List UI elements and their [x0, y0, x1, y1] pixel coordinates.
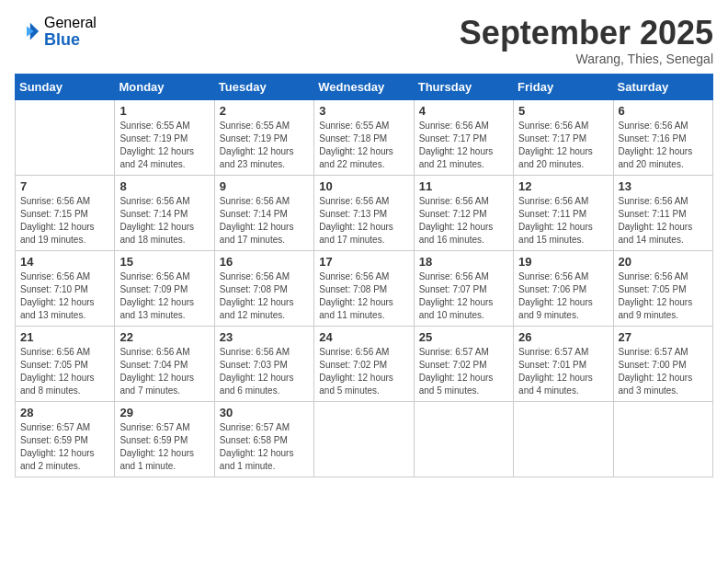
calendar-day-cell: 14Sunrise: 6:56 AM Sunset: 7:10 PM Dayli…	[16, 250, 115, 326]
calendar-day-cell: 27Sunrise: 6:57 AM Sunset: 7:00 PM Dayli…	[613, 326, 712, 401]
calendar-day-cell	[314, 401, 414, 477]
day-info: Sunrise: 6:55 AM Sunset: 7:19 PM Dayligh…	[119, 120, 209, 171]
calendar-day-cell: 7Sunrise: 6:56 AM Sunset: 7:15 PM Daylig…	[16, 175, 115, 250]
day-number: 26	[518, 330, 608, 344]
day-info: Sunrise: 6:56 AM Sunset: 7:09 PM Dayligh…	[119, 270, 209, 322]
calendar-day-cell	[16, 99, 115, 175]
calendar-col-header: Wednesday	[314, 74, 414, 99]
logo: General Blue	[15, 15, 97, 49]
day-info: Sunrise: 6:56 AM Sunset: 7:17 PM Dayligh…	[419, 120, 508, 171]
day-info: Sunrise: 6:57 AM Sunset: 7:02 PM Dayligh…	[419, 346, 508, 397]
calendar-day-cell: 12Sunrise: 6:56 AM Sunset: 7:11 PM Dayli…	[514, 175, 613, 250]
day-number: 9	[220, 179, 309, 193]
day-number: 25	[419, 330, 508, 344]
day-info: Sunrise: 6:56 AM Sunset: 7:03 PM Dayligh…	[220, 346, 309, 397]
calendar-col-header: Friday	[514, 74, 613, 99]
day-number: 11	[419, 179, 508, 193]
day-number: 13	[619, 179, 708, 193]
day-info: Sunrise: 6:56 AM Sunset: 7:15 PM Dayligh…	[20, 195, 109, 247]
day-number: 3	[319, 104, 408, 118]
day-number: 14	[20, 255, 109, 269]
day-number: 12	[518, 179, 608, 193]
logo-icon	[15, 19, 40, 45]
calendar-col-header: Thursday	[414, 74, 513, 99]
calendar-day-cell	[414, 401, 513, 477]
day-number: 30	[220, 406, 309, 419]
day-info: Sunrise: 6:56 AM Sunset: 7:12 PM Dayligh…	[419, 195, 508, 247]
day-info: Sunrise: 6:56 AM Sunset: 7:13 PM Dayligh…	[319, 195, 408, 247]
calendar-day-cell: 13Sunrise: 6:56 AM Sunset: 7:11 PM Dayli…	[613, 175, 712, 250]
day-info: Sunrise: 6:55 AM Sunset: 7:18 PM Dayligh…	[319, 120, 408, 171]
day-number: 22	[119, 330, 209, 344]
calendar-day-cell: 30Sunrise: 6:57 AM Sunset: 6:58 PM Dayli…	[214, 401, 313, 477]
calendar-day-cell: 2Sunrise: 6:55 AM Sunset: 7:19 PM Daylig…	[214, 99, 313, 175]
calendar-day-cell: 6Sunrise: 6:56 AM Sunset: 7:16 PM Daylig…	[613, 99, 712, 175]
calendar-day-cell: 25Sunrise: 6:57 AM Sunset: 7:02 PM Dayli…	[414, 326, 513, 401]
day-number: 24	[319, 330, 408, 344]
day-number: 20	[619, 255, 708, 269]
day-number: 17	[319, 255, 408, 269]
day-number: 16	[220, 255, 309, 269]
calendar-day-cell: 4Sunrise: 6:56 AM Sunset: 7:17 PM Daylig…	[414, 99, 513, 175]
calendar-day-cell: 26Sunrise: 6:57 AM Sunset: 7:01 PM Dayli…	[514, 326, 613, 401]
day-info: Sunrise: 6:56 AM Sunset: 7:08 PM Dayligh…	[319, 270, 408, 322]
calendar-day-cell: 3Sunrise: 6:55 AM Sunset: 7:18 PM Daylig…	[314, 99, 414, 175]
day-number: 19	[518, 255, 608, 269]
day-number: 15	[119, 255, 209, 269]
day-info: Sunrise: 6:56 AM Sunset: 7:11 PM Dayligh…	[619, 195, 708, 247]
day-info: Sunrise: 6:57 AM Sunset: 7:01 PM Dayligh…	[518, 346, 608, 397]
day-number: 29	[119, 406, 209, 419]
calendar-col-header: Tuesday	[214, 74, 313, 99]
day-info: Sunrise: 6:57 AM Sunset: 6:59 PM Dayligh…	[119, 421, 209, 473]
calendar-col-header: Saturday	[613, 74, 712, 99]
day-info: Sunrise: 6:56 AM Sunset: 7:17 PM Dayligh…	[518, 120, 608, 171]
day-number: 27	[619, 330, 708, 344]
day-number: 18	[419, 255, 508, 269]
calendar-day-cell: 24Sunrise: 6:56 AM Sunset: 7:02 PM Dayli…	[314, 326, 414, 401]
day-info: Sunrise: 6:56 AM Sunset: 7:14 PM Dayligh…	[119, 195, 209, 247]
calendar-week-row: 1Sunrise: 6:55 AM Sunset: 7:19 PM Daylig…	[16, 99, 713, 175]
day-number: 1	[119, 104, 209, 118]
day-info: Sunrise: 6:56 AM Sunset: 7:16 PM Dayligh…	[619, 120, 708, 171]
calendar-day-cell	[613, 401, 712, 477]
calendar-day-cell: 20Sunrise: 6:56 AM Sunset: 7:05 PM Dayli…	[613, 250, 712, 326]
calendar-day-cell: 23Sunrise: 6:56 AM Sunset: 7:03 PM Dayli…	[214, 326, 313, 401]
day-info: Sunrise: 6:57 AM Sunset: 6:58 PM Dayligh…	[220, 421, 309, 473]
calendar-col-header: Sunday	[16, 74, 115, 99]
day-number: 2	[220, 104, 309, 118]
calendar-day-cell: 22Sunrise: 6:56 AM Sunset: 7:04 PM Dayli…	[115, 326, 214, 401]
calendar-day-cell: 28Sunrise: 6:57 AM Sunset: 6:59 PM Dayli…	[16, 401, 115, 477]
day-number: 23	[220, 330, 309, 344]
calendar-day-cell: 21Sunrise: 6:56 AM Sunset: 7:05 PM Dayli…	[16, 326, 115, 401]
day-number: 10	[319, 179, 408, 193]
calendar-week-row: 28Sunrise: 6:57 AM Sunset: 6:59 PM Dayli…	[16, 401, 713, 477]
calendar-day-cell: 8Sunrise: 6:56 AM Sunset: 7:14 PM Daylig…	[115, 175, 214, 250]
day-info: Sunrise: 6:57 AM Sunset: 6:59 PM Dayligh…	[20, 421, 109, 473]
day-info: Sunrise: 6:56 AM Sunset: 7:11 PM Dayligh…	[518, 195, 608, 247]
calendar-table: SundayMondayTuesdayWednesdayThursdayFrid…	[15, 74, 713, 477]
day-info: Sunrise: 6:56 AM Sunset: 7:07 PM Dayligh…	[419, 270, 508, 322]
day-info: Sunrise: 6:56 AM Sunset: 7:10 PM Dayligh…	[20, 270, 109, 322]
location: Warang, Thies, Senegal	[460, 52, 713, 66]
day-info: Sunrise: 6:56 AM Sunset: 7:14 PM Dayligh…	[220, 195, 309, 247]
day-number: 6	[619, 104, 708, 118]
calendar-week-row: 21Sunrise: 6:56 AM Sunset: 7:05 PM Dayli…	[16, 326, 713, 401]
title-section: September 2025 Warang, Thies, Senegal	[460, 15, 713, 66]
calendar-day-cell: 17Sunrise: 6:56 AM Sunset: 7:08 PM Dayli…	[314, 250, 414, 326]
calendar-day-cell	[514, 401, 613, 477]
calendar-day-cell: 9Sunrise: 6:56 AM Sunset: 7:14 PM Daylig…	[214, 175, 313, 250]
calendar-day-cell: 11Sunrise: 6:56 AM Sunset: 7:12 PM Dayli…	[414, 175, 513, 250]
day-info: Sunrise: 6:56 AM Sunset: 7:05 PM Dayligh…	[619, 270, 708, 322]
calendar-day-cell: 18Sunrise: 6:56 AM Sunset: 7:07 PM Dayli…	[414, 250, 513, 326]
day-info: Sunrise: 6:55 AM Sunset: 7:19 PM Dayligh…	[220, 120, 309, 171]
day-info: Sunrise: 6:56 AM Sunset: 7:06 PM Dayligh…	[518, 270, 608, 322]
day-number: 5	[518, 104, 608, 118]
day-info: Sunrise: 6:56 AM Sunset: 7:02 PM Dayligh…	[319, 346, 408, 397]
calendar-day-cell: 10Sunrise: 6:56 AM Sunset: 7:13 PM Dayli…	[314, 175, 414, 250]
day-number: 28	[20, 406, 109, 419]
calendar-week-row: 7Sunrise: 6:56 AM Sunset: 7:15 PM Daylig…	[16, 175, 713, 250]
calendar-day-cell: 1Sunrise: 6:55 AM Sunset: 7:19 PM Daylig…	[115, 99, 214, 175]
day-info: Sunrise: 6:56 AM Sunset: 7:04 PM Dayligh…	[119, 346, 209, 397]
logo-blue: Blue	[44, 31, 97, 50]
calendar-col-header: Monday	[115, 74, 214, 99]
